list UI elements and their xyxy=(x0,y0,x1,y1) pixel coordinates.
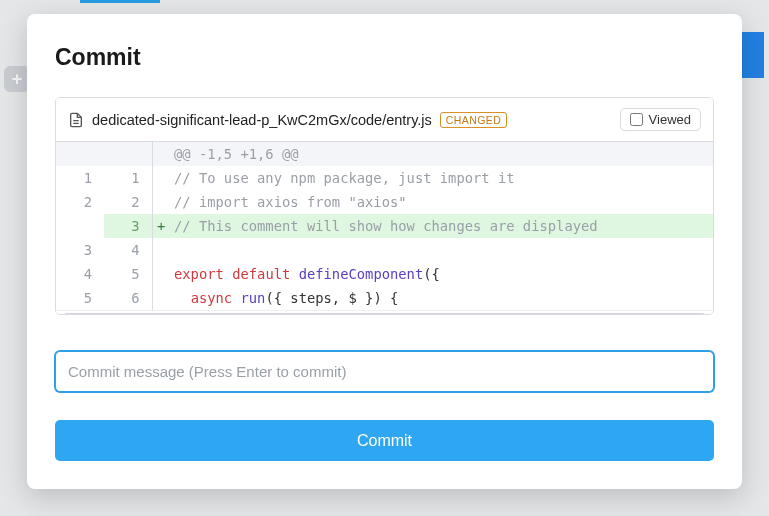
diff-line: 56 async run({ steps, $ }) { xyxy=(56,286,713,310)
diff-line: 34 xyxy=(56,238,713,262)
diff-line: 45export default defineComponent({ xyxy=(56,262,713,286)
modal-title: Commit xyxy=(55,44,714,71)
viewed-checkbox[interactable] xyxy=(630,113,643,126)
diff-line: 22// import axios from "axios" xyxy=(56,190,713,214)
file-path: dedicated-significant-lead-p_KwC2mGx/cod… xyxy=(92,112,432,128)
hunk-header: @@ -1,5 +1,6 @@ xyxy=(56,142,713,166)
diff-file-block: dedicated-significant-lead-p_KwC2mGx/cod… xyxy=(55,97,714,315)
commit-modal: Commit dedicated-significant-lead-p_KwC2… xyxy=(27,14,742,489)
diff-table: @@ -1,5 +1,6 @@11// To use any npm packa… xyxy=(56,142,713,310)
commit-button[interactable]: Commit xyxy=(55,420,714,461)
file-icon xyxy=(68,112,84,128)
viewed-toggle[interactable]: Viewed xyxy=(620,108,701,131)
file-header: dedicated-significant-lead-p_KwC2mGx/cod… xyxy=(56,98,713,142)
viewed-label: Viewed xyxy=(649,112,691,127)
horizontal-scrollbar[interactable] xyxy=(56,310,713,315)
changed-badge: CHANGED xyxy=(440,112,507,128)
commit-message-input[interactable] xyxy=(55,351,714,392)
diff-line: 11// To use any npm package, just import… xyxy=(56,166,713,190)
diff-line-added: 3+// This comment will show how changes … xyxy=(56,214,713,238)
